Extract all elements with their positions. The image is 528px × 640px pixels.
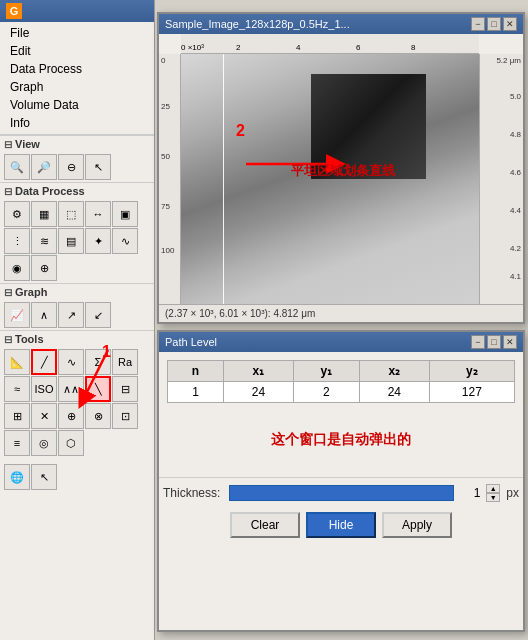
menu-file[interactable]: File <box>4 24 150 42</box>
ruler-left: 0 25 50 75 100 <box>159 54 181 304</box>
section-data-process[interactable]: Data Process <box>0 182 154 199</box>
rl-50: 50 <box>161 152 170 161</box>
tool-btn-10[interactable]: ⊟ <box>112 376 138 402</box>
tool-btn-18[interactable]: ⬡ <box>58 430 84 456</box>
tool-btn-11[interactable]: ⊞ <box>4 403 30 429</box>
px-label: px <box>506 486 519 500</box>
spinner-up-btn[interactable]: ▲ <box>486 484 500 493</box>
dialog-maximize-btn[interactable]: □ <box>487 335 501 349</box>
graph-btn-3[interactable]: ↗ <box>58 302 84 328</box>
select-btn[interactable]: ↖ <box>85 154 111 180</box>
tool-btn-3[interactable]: ∿ <box>58 349 84 375</box>
dp-btn-1[interactable]: ⚙ <box>4 201 30 227</box>
tool-btn-15[interactable]: ⊡ <box>112 403 138 429</box>
col-y1: y₁ <box>293 361 359 382</box>
graph-btn-1[interactable]: 📈 <box>4 302 30 328</box>
dialog-title-bar: Path Level − □ ✕ <box>159 332 523 352</box>
globe-btn[interactable]: 🌐 <box>4 464 30 490</box>
dp-btn-10[interactable]: ∿ <box>112 228 138 254</box>
tool-btn-5[interactable]: Ra <box>112 349 138 375</box>
annotation-chinese: 平坦区域划条直线 <box>291 162 395 180</box>
cursor-btn[interactable]: ↖ <box>31 464 57 490</box>
hide-button[interactable]: Hide <box>306 512 376 538</box>
tool-btn-14[interactable]: ⊗ <box>85 403 111 429</box>
thickness-value: 1 <box>460 486 480 500</box>
thickness-spinner[interactable]: ▲ ▼ <box>486 484 500 502</box>
tool-btn-12[interactable]: ✕ <box>31 403 57 429</box>
dp-btn-2[interactable]: ▦ <box>31 201 57 227</box>
tool-btn-7[interactable]: ISO <box>31 376 57 402</box>
tool-btn-16[interactable]: ≡ <box>4 430 30 456</box>
status-coords: (2.37 × 10³, 6.01 × 10³): 4.812 μm <box>165 308 315 319</box>
dp-btn-12[interactable]: ⊕ <box>31 255 57 281</box>
tool-btn-4[interactable]: Σ <box>85 349 111 375</box>
scale-41: 4.1 <box>510 272 521 281</box>
dp-btn-8[interactable]: ▤ <box>58 228 84 254</box>
scale-52: 5.2 μm <box>496 56 521 65</box>
col-y2: y₂ <box>429 361 514 382</box>
zoom-out-btn[interactable]: 🔎 <box>31 154 57 180</box>
dp-btn-7[interactable]: ≋ <box>31 228 57 254</box>
menu-info[interactable]: Info <box>4 114 150 132</box>
scale-42: 4.2 <box>510 244 521 253</box>
dp-btn-9[interactable]: ✦ <box>85 228 111 254</box>
table-row: 1 24 2 24 127 <box>168 382 515 403</box>
tool-btn-17[interactable]: ◎ <box>31 430 57 456</box>
col-n: n <box>168 361 224 382</box>
menu-graph[interactable]: Graph <box>4 78 150 96</box>
thickness-bar[interactable] <box>229 485 454 501</box>
menu-volume-data[interactable]: Volume Data <box>4 96 150 114</box>
section-view[interactable]: View <box>0 135 154 152</box>
rl-25: 25 <box>161 102 170 111</box>
tools-toolbar: 📐 ╱ ∿ Σ Ra ≈ ISO ∧∧ ╲ ⊟ ⊞ ✕ ⊕ ⊗ ⊡ ≡ ◎ ⬡ <box>0 347 154 458</box>
tool-btn-9[interactable]: ╲ <box>85 376 111 402</box>
dialog-close-btn[interactable]: ✕ <box>503 335 517 349</box>
col-x2: x₂ <box>359 361 429 382</box>
menu-data-process[interactable]: Data Process <box>4 60 150 78</box>
zoom-in-btn[interactable]: 🔍 <box>4 154 30 180</box>
tool-btn-2[interactable]: ╱ <box>31 349 57 375</box>
dp-btn-11[interactable]: ◉ <box>4 255 30 281</box>
section-tools[interactable]: Tools <box>0 330 154 347</box>
section-graph[interactable]: Graph <box>0 283 154 300</box>
main-panel: G File Edit Data Process Graph Volume Da… <box>0 0 155 640</box>
scale-44: 4.4 <box>510 206 521 215</box>
win-controls: − □ ✕ <box>471 17 517 31</box>
menu-edit[interactable]: Edit <box>4 42 150 60</box>
thickness-row: Thickness: 1 ▲ ▼ px <box>159 477 523 508</box>
menu-bar: File Edit Data Process Graph Volume Data… <box>0 22 154 135</box>
close-btn[interactable]: ✕ <box>503 17 517 31</box>
spinner-down-btn[interactable]: ▼ <box>486 493 500 502</box>
graph-btn-2[interactable]: ∧ <box>31 302 57 328</box>
graph-btn-4[interactable]: ↙ <box>85 302 111 328</box>
tool-btn-8[interactable]: ∧∧ <box>58 376 84 402</box>
dp-btn-4[interactable]: ↔ <box>85 201 111 227</box>
dialog-win-controls: − □ ✕ <box>471 335 517 349</box>
ruler-label-6: 6 <box>356 43 360 52</box>
rl-100: 100 <box>161 246 174 255</box>
tool-btn-13[interactable]: ⊕ <box>58 403 84 429</box>
dialog-minimize-btn[interactable]: − <box>471 335 485 349</box>
view-toolbar: 🔍 🔎 ⊖ ↖ <box>0 152 154 182</box>
dp-btn-3[interactable]: ⬚ <box>58 201 84 227</box>
cell-n-1: 1 <box>168 382 224 403</box>
status-bar: (2.37 × 10³, 6.01 × 10³): 4.812 μm <box>159 304 523 322</box>
ruler-label-8: 8 <box>411 43 415 52</box>
tool-btn-6[interactable]: ≈ <box>4 376 30 402</box>
maximize-btn[interactable]: □ <box>487 17 501 31</box>
tool-btn-1[interactable]: 📐 <box>4 349 30 375</box>
cell-y2-1: 127 <box>429 382 514 403</box>
path-dialog: Path Level − □ ✕ n x₁ y₁ x₂ y₂ 1 24 <box>157 330 525 632</box>
minimize-btn[interactable]: − <box>471 17 485 31</box>
dp-btn-6[interactable]: ⋮ <box>4 228 30 254</box>
arrow2-label: 2 <box>236 122 245 140</box>
zoom-fit-btn[interactable]: ⊖ <box>58 154 84 180</box>
apply-button[interactable]: Apply <box>382 512 452 538</box>
scan-line <box>223 54 224 304</box>
ruler-label-4: 4 <box>296 43 300 52</box>
clear-button[interactable]: Clear <box>230 512 300 538</box>
ruler-top: 0 ×10³ 2 4 6 8 <box>181 34 479 54</box>
image-content: 0 25 50 75 100 <box>159 54 523 304</box>
scale-46: 4.6 <box>510 168 521 177</box>
dp-btn-5[interactable]: ▣ <box>112 201 138 227</box>
